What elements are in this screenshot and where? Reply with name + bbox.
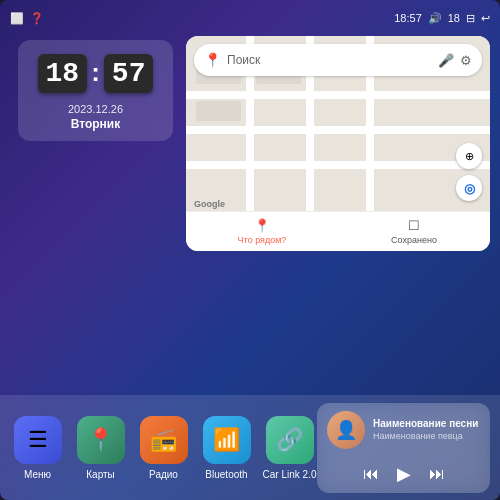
battery-level: 18 (448, 12, 460, 24)
map-road (186, 91, 490, 99)
display-icon[interactable]: ⊟ (466, 12, 475, 25)
app-dock: ☰ Меню 📍 Карты 📻 Радио 📶 Bluetooth 🔗 Car (0, 395, 500, 500)
menu-icon: ☰ (14, 416, 62, 464)
app-menu[interactable]: ☰ Меню (10, 416, 65, 480)
map-bottom-tabs: 📍 Что рядом? ☐ Сохранено (186, 211, 490, 251)
map-widget[interactable]: 📍 Поиск 🎤 ⚙ ⊕ ◎ Google 📍 Что рядом? (186, 36, 490, 251)
status-time: 18:57 (394, 12, 422, 24)
map-block (196, 101, 241, 121)
app-bluetooth[interactable]: 📶 Bluetooth (199, 416, 254, 480)
carlink-label: Car Link 2.0 (263, 469, 317, 480)
map-tab-saved-label: Сохранено (391, 235, 437, 245)
clock-minutes: 57 (104, 54, 154, 93)
map-nav-button[interactable]: ⊕ (456, 143, 482, 169)
music-artist: Наименование певца (373, 431, 480, 441)
saved-icon: ☐ (408, 218, 420, 233)
map-road (186, 126, 490, 134)
music-avatar: 👤 (327, 411, 365, 449)
volume-icon[interactable]: 🔊 (428, 12, 442, 25)
more-icon[interactable]: ⚙ (460, 53, 472, 68)
music-player: 👤 Наименование песни Наименование певца … (317, 403, 490, 493)
dock-apps-list: ☰ Меню 📍 Карты 📻 Радио 📶 Bluetooth 🔗 Car (10, 416, 317, 480)
main-screen: ⬜ ❓ 18:57 🔊 18 ⊟ ↩ 18 : 57 2023.12.26 Вт… (0, 0, 500, 500)
play-button[interactable]: ▶ (397, 463, 411, 485)
clock-hours: 18 (38, 54, 88, 93)
map-locate-button[interactable]: ◎ (456, 175, 482, 201)
mic-icon[interactable]: 🎤 (438, 53, 454, 68)
radio-icon: 📻 (140, 416, 188, 464)
status-right: 18:57 🔊 18 ⊟ ↩ (394, 12, 490, 25)
music-info: 👤 Наименование песни Наименование певца (327, 411, 480, 449)
status-left: ⬜ ❓ (10, 12, 44, 25)
back-icon[interactable]: ↩ (481, 12, 490, 25)
google-logo: Google (194, 199, 225, 209)
clock-date: 2023.12.26 (30, 103, 161, 115)
flip-clock: 18 : 57 (30, 54, 161, 93)
next-button[interactable]: ⏭ (429, 465, 445, 483)
music-text: Наименование песни Наименование певца (373, 418, 480, 441)
clock-day: Вторник (30, 117, 161, 131)
status-bar: ⬜ ❓ 18:57 🔊 18 ⊟ ↩ (0, 8, 500, 28)
map-pin-icon: 📍 (204, 52, 221, 68)
question-icon[interactable]: ❓ (30, 12, 44, 25)
map-search-bar[interactable]: 📍 Поиск 🎤 ⚙ (194, 44, 482, 76)
nearby-icon: 📍 (254, 218, 270, 233)
map-tab-nearby-label: Что рядом? (238, 235, 287, 245)
music-title: Наименование песни (373, 418, 480, 429)
maps-icon: 📍 (77, 416, 125, 464)
map-road (186, 161, 490, 169)
bluetooth-label: Bluetooth (205, 469, 247, 480)
maps-label: Карты (86, 469, 115, 480)
app-radio[interactable]: 📻 Радио (136, 416, 191, 480)
map-tab-saved[interactable]: ☐ Сохранено (338, 218, 490, 245)
clock-separator: : (91, 57, 100, 88)
home-icon[interactable]: ⬜ (10, 12, 24, 25)
prev-button[interactable]: ⏮ (363, 465, 379, 483)
bluetooth-icon: 📶 (203, 416, 251, 464)
menu-label: Меню (24, 469, 51, 480)
music-controls: ⏮ ▶ ⏭ (327, 463, 480, 485)
app-maps[interactable]: 📍 Карты (73, 416, 128, 480)
carlink-icon: 🔗 (266, 416, 314, 464)
app-carlink[interactable]: 🔗 Car Link 2.0 (262, 416, 317, 480)
clock-widget: 18 : 57 2023.12.26 Вторник (18, 40, 173, 141)
map-tab-nearby[interactable]: 📍 Что рядом? (186, 218, 338, 245)
map-search-placeholder: Поиск (227, 53, 432, 67)
radio-label: Радио (149, 469, 178, 480)
